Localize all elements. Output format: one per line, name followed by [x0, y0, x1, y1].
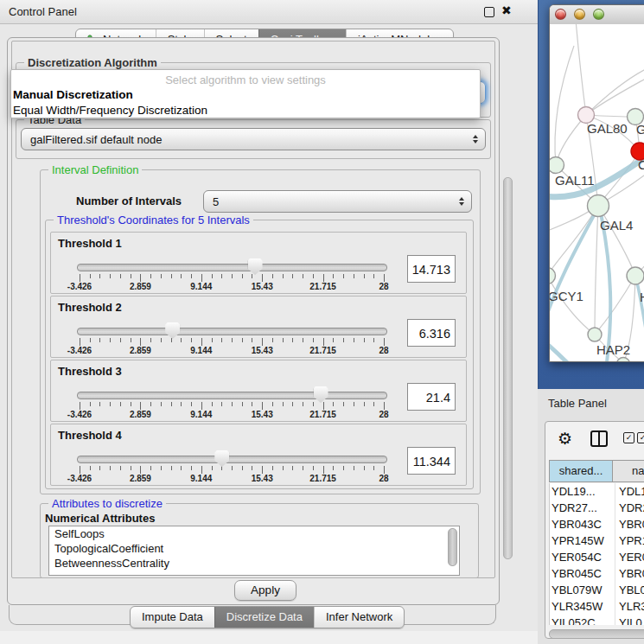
panel-title: Control Panel — [9, 0, 77, 23]
slider-tick — [364, 338, 365, 342]
table-row[interactable]: YER054CYER0... — [550, 549, 644, 565]
table-row[interactable]: YBR045CYBR0... — [550, 565, 644, 582]
slider-tick — [120, 338, 121, 342]
table-row[interactable]: YLR345WYLR3... — [550, 598, 644, 615]
checkbox-checked-icon[interactable]: ✓ — [637, 432, 644, 443]
slider-tick — [171, 466, 172, 470]
slider-tick — [201, 466, 202, 474]
threshold-value-field[interactable]: 21.4 — [407, 383, 456, 411]
slider-tick-label: 9.144 — [175, 346, 227, 355]
table-row[interactable]: YDR27...YDR2... — [550, 500, 644, 516]
popup-item-equal-width-frequency-discretization[interactable]: Equal Width/Frequency Discretization — [11, 103, 480, 118]
cell-name: YDR2... — [615, 500, 644, 516]
table-row[interactable]: YDL19...YDL1... — [550, 483, 644, 500]
network-node-green[interactable] — [588, 328, 602, 341]
network-node-green[interactable] — [627, 267, 644, 284]
network-edge — [550, 205, 598, 276]
up-down-arrows-icon — [473, 129, 478, 150]
minimize-light-icon[interactable] — [574, 9, 585, 20]
gear-icon[interactable]: ⚙ — [558, 430, 572, 446]
slider-track[interactable] — [77, 392, 387, 399]
slider-tick — [221, 274, 222, 278]
column-header-shared-name[interactable]: shared... — [549, 460, 613, 482]
threshold-value-field[interactable]: 14.713 — [407, 255, 456, 283]
network-window-titlebar[interactable] — [550, 5, 644, 25]
cell-shared-name: YBL079W — [550, 582, 615, 598]
network-node-green[interactable] — [617, 358, 630, 362]
node-label-c: C — [638, 157, 644, 172]
cell-shared-name: YBR043C — [550, 516, 615, 532]
popup-item-manual-discretization[interactable]: Manual Discretization — [11, 87, 480, 103]
threshold-value-field[interactable]: 6.316 — [407, 319, 456, 347]
slider-tick-label: 21.715 — [297, 346, 349, 355]
close-light-icon[interactable] — [555, 9, 566, 20]
slider-thumb[interactable] — [165, 322, 180, 339]
table-row[interactable]: YPR145WYPR1... — [550, 532, 644, 549]
discretization-group-title: Discretization Algorithm — [24, 56, 161, 69]
threshold-value-field[interactable]: 11.344 — [407, 447, 456, 475]
attribute-item-selfloops[interactable]: SelfLoops — [49, 526, 459, 541]
table-row[interactable]: YIL052CYIL0... — [550, 615, 644, 625]
close-icon[interactable]: ✖ — [501, 3, 512, 17]
slider-thumb[interactable] — [248, 258, 263, 275]
cell-name: YBR0... — [615, 516, 644, 532]
slider-tick — [161, 274, 162, 278]
slider-tick — [242, 274, 243, 278]
network-node-green[interactable] — [588, 195, 609, 217]
slider-tick — [323, 338, 324, 346]
slider-thumb[interactable] — [314, 386, 328, 403]
algorithm-dropdown-popup: Select algorithm to view settings Manual… — [10, 69, 481, 118]
slider-tick — [90, 338, 91, 342]
slider-tick-label: 15.43 — [236, 474, 288, 483]
slider-tick — [242, 338, 243, 342]
cell-name: YBL0... — [615, 582, 644, 598]
list-scrollbar[interactable] — [448, 528, 457, 566]
slider-tick — [283, 466, 284, 470]
apply-button[interactable]: Apply — [234, 580, 296, 601]
slider-tick-label: 2.859 — [114, 410, 166, 419]
slider-tick — [99, 466, 100, 470]
slider-track[interactable] — [77, 264, 387, 271]
slider-tick-label: 28 — [358, 282, 410, 291]
slider-thumb[interactable] — [214, 450, 229, 467]
table-row[interactable]: YBR043CYBR0... — [550, 516, 644, 532]
tab-infer-network[interactable]: Infer Network — [314, 607, 404, 628]
zoom-light-icon[interactable] — [593, 9, 604, 20]
slider-tick — [201, 338, 202, 346]
attribute-item-topologicalcoefficient[interactable]: TopologicalCoefficient — [49, 541, 459, 556]
slider-tick-label: -3.426 — [54, 410, 105, 419]
numerical-attributes-list[interactable]: SelfLoopsTopologicalCoefficientBetweenne… — [48, 526, 460, 576]
slider-tick — [303, 338, 303, 342]
tab-impute-data[interactable]: Impute Data — [131, 607, 214, 628]
checkbox-checked-icon[interactable]: ✓ — [623, 432, 634, 443]
table-panel-box: ⚙ ✓ ✓ shared... na... YDL19...YDL1...YDR… — [545, 421, 644, 639]
network-canvas[interactable]: GAL80GACGAL11GAL4GCY1HHAP2 — [550, 24, 644, 361]
tab-discretize-data[interactable]: Discretize Data — [214, 607, 314, 628]
slider-tick — [120, 274, 121, 278]
attribute-item-betweennesscentrality[interactable]: BetweennessCentrality — [49, 556, 459, 571]
number-of-intervals-combobox[interactable]: 5 — [203, 190, 472, 213]
table-data-combobox[interactable]: galFiltered.sif default node — [21, 128, 486, 150]
cell-shared-name: YDL19... — [550, 483, 615, 500]
float-icon[interactable] — [484, 7, 494, 17]
slider-tick-label: 2.859 — [114, 474, 166, 483]
tab-label: Infer Network — [326, 608, 392, 627]
slider-track[interactable] — [77, 456, 387, 463]
slider-tick — [384, 402, 385, 410]
control-panel-titlebar: Control Panel ✖ — [0, 0, 538, 24]
slider-tick-label: -3.426 — [54, 474, 105, 483]
slider-tick — [252, 466, 252, 470]
slider-tick — [171, 274, 172, 278]
table-horizontal-scrollbar[interactable] — [549, 629, 644, 639]
threshold-row: Threshold 1 -3.4262.8599.14415.4321.7152… — [50, 232, 467, 294]
slider-tick — [354, 338, 354, 342]
slider-tick — [140, 274, 141, 282]
table-row[interactable]: YBL079WYBL0... — [550, 582, 644, 598]
panel-scrollbar[interactable] — [503, 177, 513, 559]
slider-tick — [292, 402, 293, 406]
columns-icon[interactable] — [590, 430, 608, 447]
network-node-green[interactable] — [550, 268, 556, 284]
column-header-name[interactable]: na... — [612, 460, 644, 482]
network-node-green[interactable] — [550, 157, 564, 174]
slider-track[interactable] — [77, 328, 387, 335]
